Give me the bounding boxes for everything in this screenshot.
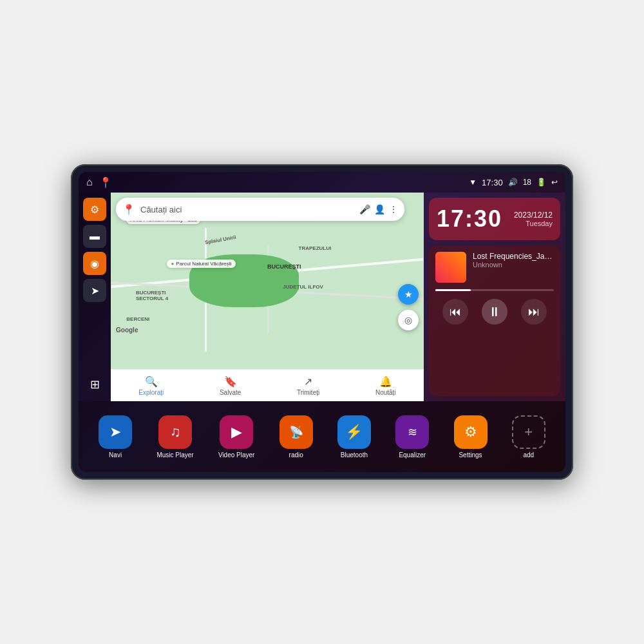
right-panel: 17:30 2023/12/12 Tuesday Lost Frequencie… xyxy=(424,193,565,401)
map-search-bar[interactable]: 📍 Căutați aici 🎤 👤 ⋮ xyxy=(116,198,404,221)
explore-label: Explorați xyxy=(138,389,164,396)
album-art xyxy=(435,252,466,283)
music-controls: ⏮ ⏸ ⏭ xyxy=(435,299,554,325)
wifi-icon: ▼ xyxy=(469,178,477,187)
settings-label: Settings xyxy=(459,451,482,459)
sidebar-item-navi[interactable]: ➤ xyxy=(83,279,106,302)
track-name: Lost Frequencies_Janie... xyxy=(473,252,554,261)
star-icon: ★ xyxy=(404,289,413,299)
folder-icon: ▬ xyxy=(90,231,100,242)
clock-widget: 17:30 2023/12/12 Tuesday xyxy=(429,198,560,240)
app-navi[interactable]: ➤ Navi xyxy=(99,415,132,459)
clock-time: 17:30 xyxy=(437,205,502,232)
radio-icon-symbol: 📡 xyxy=(289,425,303,439)
music-player-icon: ♫ xyxy=(158,415,192,449)
app-video-player[interactable]: ▶ Video Player xyxy=(218,415,255,459)
music-icon-symbol: ♫ xyxy=(170,424,181,440)
radio-icon: 📡 xyxy=(279,415,313,449)
settings-icon-symbol: ⚙ xyxy=(464,424,477,440)
search-text: Căutați aici xyxy=(140,205,354,214)
settings-icon-bg: ⚙ xyxy=(454,415,488,449)
home-icon: ⌂ xyxy=(86,176,93,188)
grid-icon: ⊞ xyxy=(90,377,100,392)
volume-icon: 🔊 xyxy=(508,178,518,187)
bluetooth-icon-symbol: ⚡ xyxy=(345,424,363,440)
app-equalizer[interactable]: ≋ Equalizer xyxy=(395,415,429,459)
saved-label: Salvate xyxy=(220,389,241,396)
location-icon: ◉ xyxy=(90,258,99,270)
map-poi-parc: ● Parcul Natural Văcărești xyxy=(167,260,235,268)
status-time: 17:30 xyxy=(482,178,503,187)
account-icon[interactable]: 👤 xyxy=(374,204,385,214)
app-music-player[interactable]: ♫ Music Player xyxy=(156,415,193,459)
news-label: Noutăți xyxy=(375,389,396,396)
app-add[interactable]: + add xyxy=(512,415,545,459)
sidebar-item-map[interactable]: ◉ xyxy=(83,252,106,275)
clock-date: 2023/12/12 Tuesday xyxy=(514,211,553,227)
clock-day-value: Tuesday xyxy=(514,220,553,227)
next-button[interactable]: ⏭ xyxy=(521,299,547,325)
music-progress-fill xyxy=(435,289,471,291)
add-icon-symbol: + xyxy=(524,424,533,440)
pause-button[interactable]: ⏸ xyxy=(482,299,507,325)
map-label-sectorul4: BUCUREȘTISECTORUL 4 xyxy=(136,290,168,301)
album-art-image xyxy=(435,252,466,283)
video-player-label: Video Player xyxy=(218,451,255,459)
navi-icon: ➤ xyxy=(99,415,132,449)
map-nav-news[interactable]: 🔔 Noutăți xyxy=(375,375,396,396)
map-nav-send[interactable]: ↗ Trimiteți xyxy=(297,375,319,396)
google-logo: Google xyxy=(116,327,138,334)
video-player-icon: ▶ xyxy=(220,415,253,449)
poi-parc-text: Parcul Natural Văcărești xyxy=(176,261,231,267)
send-label: Trimiteți xyxy=(297,389,319,396)
add-label: add xyxy=(523,451,534,459)
equalizer-icon-bg: ≋ xyxy=(395,415,429,449)
status-left: ⌂ 📍 xyxy=(86,176,112,189)
center-area: BUCUREȘTISECTORUL 4 BUCUREȘTI JUDEȚUL IL… xyxy=(111,193,424,401)
sidebar-item-folder[interactable]: ▬ xyxy=(83,225,106,248)
map-nav-explore[interactable]: 🔍 Explorați xyxy=(138,375,164,396)
music-widget: Lost Frequencies_Janie... Unknown ⏮ ⏸ ⏭ xyxy=(429,245,560,396)
more-icon[interactable]: ⋮ xyxy=(389,204,398,214)
battery-icon: 🔋 xyxy=(536,178,546,187)
sidebar-item-settings[interactable]: ⚙ xyxy=(83,198,106,221)
map-bottom-nav: 🔍 Explorați 🔖 Salvate ↗ Trimiteți 🔔 Nout… xyxy=(111,369,424,401)
send-icon: ↗ xyxy=(304,375,312,388)
sidebar: ⚙ ▬ ◉ ➤ ⊞ xyxy=(79,193,111,401)
map-nav-saved[interactable]: 🔖 Salvate xyxy=(220,375,241,396)
status-right: ▼ 17:30 🔊 18 🔋 ↩ xyxy=(469,178,558,187)
navi-label: Navi xyxy=(109,451,122,459)
app-radio[interactable]: 📡 radio xyxy=(279,415,313,459)
video-icon-symbol: ▶ xyxy=(231,424,242,440)
equalizer-label: Equalizer xyxy=(399,451,426,459)
explore-icon: 🔍 xyxy=(145,375,158,388)
app-settings[interactable]: ⚙ Settings xyxy=(454,415,488,459)
search-right-icons: 🎤 👤 ⋮ xyxy=(359,204,398,214)
map-icon: 📍 xyxy=(99,176,112,189)
track-artist: Unknown xyxy=(473,261,554,269)
back-icon[interactable]: ↩ xyxy=(551,178,558,187)
main-content: ⚙ ▬ ◉ ➤ ⊞ xyxy=(79,193,565,401)
music-player-label: Music Player xyxy=(156,451,193,459)
prev-button[interactable]: ⏮ xyxy=(442,299,468,325)
signal-value: 18 xyxy=(523,178,531,187)
map-label-ilfov: JUDEȚUL ILFOV xyxy=(283,284,323,290)
music-progress-bar[interactable] xyxy=(435,289,554,291)
app-bluetooth[interactable]: ⚡ Bluetooth xyxy=(337,415,371,459)
google-maps-icon: 📍 xyxy=(122,204,135,216)
equalizer-icon-symbol: ≋ xyxy=(408,425,417,439)
bluetooth-label: Bluetooth xyxy=(341,451,368,459)
bluetooth-icon-bg: ⚡ xyxy=(337,415,371,449)
sidebar-grid-button[interactable]: ⊞ xyxy=(83,373,106,396)
news-icon: 🔔 xyxy=(379,375,392,388)
status-bar: ⌂ 📍 ▼ 17:30 🔊 18 🔋 ↩ xyxy=(79,172,565,193)
saved-icon: 🔖 xyxy=(224,375,237,388)
navigate-icon: ➤ xyxy=(91,285,99,297)
track-details: Lost Frequencies_Janie... Unknown xyxy=(473,252,554,283)
map-container[interactable]: BUCUREȘTISECTORUL 4 BUCUREȘTI JUDEȚUL IL… xyxy=(111,193,424,369)
map-label-bucuresti: BUCUREȘTI xyxy=(267,263,301,270)
mic-icon[interactable]: 🎤 xyxy=(359,204,370,214)
star-fab[interactable]: ★ xyxy=(398,284,419,305)
location-fab[interactable]: ◎ xyxy=(398,310,419,330)
poi-parc-icon: ● xyxy=(171,261,174,267)
